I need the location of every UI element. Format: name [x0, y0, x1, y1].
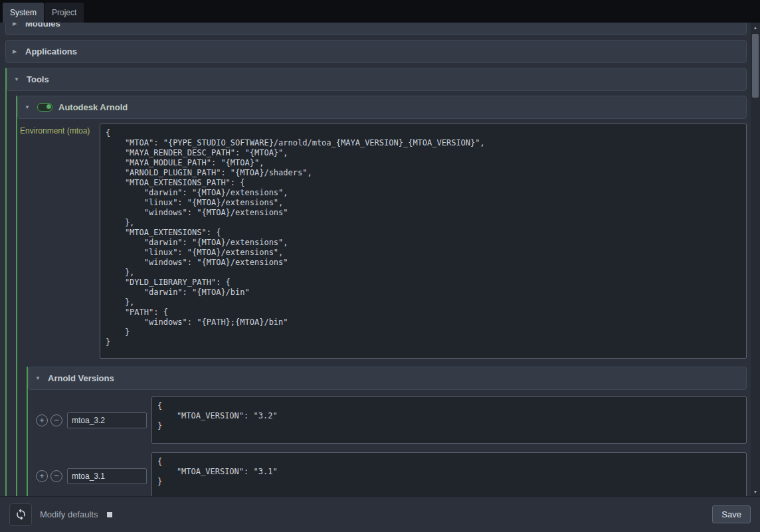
- footer-bar: Modify defaults Save: [0, 496, 760, 532]
- scroll-up-icon[interactable]: ▲: [751, 23, 760, 32]
- chevron-right-icon: ▶: [13, 49, 19, 54]
- scroll-area: ▶ Modules ▶ Applications ▼ Tools ▼: [0, 23, 751, 496]
- tab-project[interactable]: Project: [45, 3, 84, 23]
- group-arnold-versions-label: Arnold Versions: [48, 373, 114, 383]
- group-autodesk-arnold-header[interactable]: ▼ Autodesk Arnold: [17, 96, 747, 119]
- toggle-knob-icon: [47, 104, 51, 109]
- environment-field-row: Environment (mtoa) { "MTOA": "{PYPE_STUD…: [20, 124, 747, 359]
- group-autodesk-arnold-body: Environment (mtoa) { "MTOA": "{PYPE_STUD…: [17, 124, 747, 496]
- version-json-textarea[interactable]: { "MTOA_VERSION": "3.1" }: [151, 452, 747, 496]
- version-json-textarea[interactable]: { "MTOA_VERSION": "3.2" }: [151, 397, 747, 444]
- section-tools-body: ▼ Autodesk Arnold Environment (mtoa) { "…: [16, 96, 747, 496]
- modify-defaults-label: Modify defaults: [40, 509, 98, 519]
- section-tools: ▼ Tools ▼ Autodesk Arnold: [5, 68, 747, 496]
- settings-content: ▶ Modules ▶ Applications ▼ Tools ▼: [0, 23, 760, 496]
- section-applications-label: Applications: [25, 46, 77, 56]
- group-arnold-versions: ▼ Arnold Versions + − { "MTOA_VERSION": …: [27, 367, 747, 496]
- group-arnold-versions-header[interactable]: ▼ Arnold Versions: [28, 367, 747, 390]
- version-row: + − { "MTOA_VERSION": "3.1" }: [36, 452, 747, 496]
- environment-field-label: Environment (mtoa): [20, 124, 100, 135]
- group-autodesk-arnold-label: Autodesk Arnold: [58, 102, 128, 112]
- environment-json-textarea[interactable]: { "MTOA": "{PYPE_STUDIO_SOFTWARE}/arnold…: [100, 124, 747, 359]
- chevron-down-icon: ▼: [14, 77, 21, 82]
- vertical-scrollbar[interactable]: ▲ ▼: [751, 23, 760, 496]
- add-version-button[interactable]: +: [36, 470, 48, 482]
- chevron-down-icon: ▼: [25, 105, 31, 110]
- group-autodesk-arnold: ▼ Autodesk Arnold Environment (mtoa) { "…: [16, 96, 747, 496]
- chevron-down-icon: ▼: [35, 376, 42, 381]
- section-tools-header[interactable]: ▼ Tools: [7, 68, 747, 91]
- settings-window: System Project ▶ Modules ▶ Applications …: [0, 0, 760, 532]
- section-modules-label: Modules: [25, 23, 60, 29]
- section-modules-header[interactable]: ▶ Modules: [5, 23, 747, 35]
- scrollbar-thumb[interactable]: [752, 34, 759, 98]
- arnold-enabled-toggle[interactable]: [37, 103, 52, 112]
- modify-defaults-checkbox[interactable]: [107, 512, 112, 517]
- chevron-right-icon: ▶: [13, 23, 19, 27]
- arnold-versions-list: + − { "MTOA_VERSION": "3.2" } + −: [36, 397, 747, 496]
- remove-version-button[interactable]: −: [50, 414, 62, 426]
- refresh-icon: [15, 508, 27, 521]
- version-row: + − { "MTOA_VERSION": "3.2" }: [36, 397, 747, 444]
- scroll-down-icon[interactable]: ▼: [751, 487, 760, 496]
- remove-version-button[interactable]: −: [50, 470, 62, 482]
- version-key-input[interactable]: [67, 468, 147, 484]
- section-tools-label: Tools: [27, 74, 49, 84]
- section-applications-header[interactable]: ▶ Applications: [5, 40, 747, 63]
- version-key-input[interactable]: [67, 412, 147, 428]
- refresh-button[interactable]: [9, 503, 32, 526]
- add-version-button[interactable]: +: [36, 414, 48, 426]
- tab-bar: System Project: [0, 0, 760, 23]
- save-button[interactable]: Save: [712, 505, 751, 523]
- tab-system[interactable]: System: [3, 3, 44, 23]
